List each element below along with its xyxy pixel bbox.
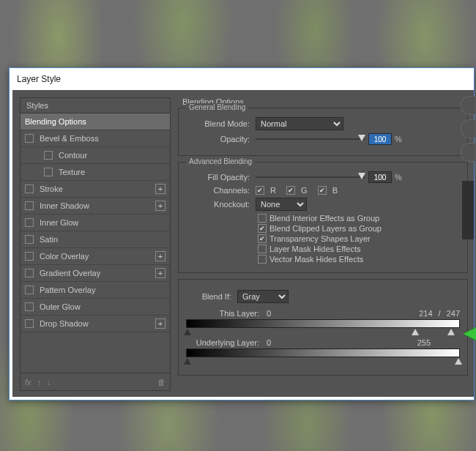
style-inner-glow[interactable]: Inner Glow — [21, 215, 170, 231]
style-label: Drop Shadow — [40, 319, 89, 328]
style-gradient-overlay[interactable]: Gradient Overlay + — [21, 265, 170, 282]
add-effect-icon[interactable]: + — [155, 318, 166, 329]
style-label: Inner Glow — [40, 218, 78, 227]
slider-stop-white[interactable] — [447, 329, 455, 335]
styles-header[interactable]: Styles — [20, 97, 171, 113]
arrow-down-icon[interactable]: ↓ — [47, 378, 51, 387]
channel-g-checkbox[interactable] — [286, 186, 295, 195]
underlying-gradient[interactable] — [186, 348, 460, 357]
opacity-slider[interactable] — [256, 134, 365, 144]
opt-label: Blend Clipped Layers as Group — [269, 224, 382, 233]
side-button[interactable] — [461, 119, 475, 138]
styles-list: Blending Options Bevel & Emboss Contour … — [20, 113, 171, 373]
style-texture[interactable]: Texture — [21, 164, 170, 181]
fx-icon[interactable]: fx — [25, 378, 31, 387]
checkbox-icon[interactable] — [25, 286, 34, 294]
checkbox-icon[interactable] — [44, 168, 53, 176]
arrow-up-icon[interactable]: ↑ — [37, 378, 42, 387]
blend-mode-select[interactable]: Normal — [256, 117, 343, 130]
spacer — [21, 332, 170, 369]
add-effect-icon[interactable]: + — [155, 184, 166, 194]
slider-stop-black[interactable] — [184, 329, 191, 335]
vector-mask-hides-checkbox[interactable] — [258, 255, 267, 264]
style-drop-shadow[interactable]: Drop Shadow + — [21, 316, 170, 332]
style-outer-glow[interactable]: Outer Glow — [21, 299, 170, 316]
blend-if-label: Blend If: — [186, 292, 237, 301]
checkbox-icon[interactable] — [25, 269, 34, 277]
preview-swatch — [462, 181, 474, 239]
under-low: 0 — [267, 338, 289, 347]
blend-mode-label: Blend Mode: — [186, 119, 256, 128]
channel-g-label: G — [301, 186, 308, 195]
options-column: Blending Options General Blending Blend … — [175, 90, 474, 397]
channels-label: Channels: — [186, 186, 256, 195]
style-label: Satin — [40, 235, 58, 244]
this-layer-high1: 214 — [419, 309, 432, 318]
opacity-value[interactable]: 100 — [368, 133, 392, 145]
style-inner-shadow[interactable]: Inner Shadow + — [21, 198, 170, 215]
underlying-layer-label: Underlying Layer: — [186, 338, 267, 347]
this-layer-label: This Layer: — [186, 309, 267, 318]
channel-r-label: R — [270, 186, 276, 195]
style-label: Texture — [59, 168, 85, 176]
add-effect-icon[interactable]: + — [155, 251, 166, 261]
pct-label: % — [395, 135, 402, 144]
slash: / — [433, 309, 447, 318]
style-color-overlay[interactable]: Color Overlay + — [21, 248, 170, 265]
group-legend: General Blending — [186, 103, 248, 111]
add-effect-icon[interactable]: + — [155, 268, 166, 278]
style-label: Bevel & Emboss — [40, 134, 99, 143]
checkbox-icon[interactable] — [25, 319, 34, 328]
opt-label: Layer Mask Hides Effects — [269, 245, 361, 253]
fill-opacity-slider[interactable] — [256, 172, 365, 182]
blend-if-select[interactable]: Gray — [237, 290, 289, 303]
side-button[interactable] — [461, 96, 475, 115]
styles-column: Styles Blending Options Bevel & Emboss C… — [12, 90, 175, 397]
opt-label: Blend Interior Effects as Group — [269, 214, 379, 223]
checkbox-icon[interactable] — [25, 235, 34, 244]
channel-b-label: B — [332, 186, 338, 195]
trash-icon[interactable]: 🗑 — [157, 378, 166, 387]
style-bevel-emboss[interactable]: Bevel & Emboss — [21, 130, 170, 147]
side-button[interactable] — [461, 143, 475, 162]
layer-mask-hides-checkbox[interactable] — [258, 245, 267, 253]
style-label: Color Overlay — [40, 252, 89, 261]
checkbox-icon[interactable] — [25, 302, 34, 311]
knockout-label: Knockout: — [186, 200, 256, 209]
checkbox-icon[interactable] — [25, 218, 34, 227]
channel-b-checkbox[interactable] — [318, 186, 327, 195]
dialog-body: Styles Blending Options Bevel & Emboss C… — [12, 90, 474, 397]
style-pattern-overlay[interactable]: Pattern Overlay — [21, 282, 170, 299]
side-buttons — [461, 96, 475, 166]
style-stroke[interactable]: Stroke + — [21, 181, 170, 198]
style-label: Pattern Overlay — [40, 286, 95, 294]
checkbox-icon[interactable] — [25, 184, 34, 193]
advanced-blending-group: Advanced Blending Fill Opacity: 100 % Ch… — [178, 162, 468, 273]
knockout-select[interactable]: None — [256, 198, 307, 211]
checkbox-icon[interactable] — [25, 134, 34, 143]
this-layer-low: 0 — [267, 309, 289, 318]
checkbox-icon[interactable] — [25, 252, 34, 261]
slider-stop-white[interactable] — [455, 358, 462, 365]
style-blending-options[interactable]: Blending Options — [21, 113, 170, 130]
style-label: Contour — [59, 151, 87, 160]
blend-interior-checkbox[interactable] — [258, 214, 267, 223]
slider-stop-black[interactable] — [184, 358, 191, 365]
style-satin[interactable]: Satin — [21, 231, 170, 248]
this-layer-gradient[interactable] — [186, 319, 460, 328]
checkbox-icon[interactable] — [44, 151, 53, 160]
blend-clipped-checkbox[interactable] — [258, 224, 267, 233]
general-blending-group: General Blending Blend Mode: Normal Opac… — [178, 108, 468, 156]
channel-r-checkbox[interactable] — [256, 186, 264, 195]
style-label: Stroke — [40, 184, 63, 193]
style-contour[interactable]: Contour — [21, 147, 170, 164]
style-label: Outer Glow — [40, 302, 81, 311]
blend-if-group: Blend If: Gray This Layer: 0 214 / 247 — [178, 279, 468, 376]
style-label: Blending Options — [25, 117, 86, 126]
dialog-titlebar[interactable]: Layer Style — [10, 68, 474, 90]
transparency-shapes-checkbox[interactable] — [258, 234, 267, 243]
checkbox-icon[interactable] — [25, 201, 34, 210]
add-effect-icon[interactable]: + — [155, 201, 166, 211]
fill-opacity-value[interactable]: 100 — [368, 171, 392, 183]
slider-stop-white-split[interactable] — [412, 329, 419, 335]
